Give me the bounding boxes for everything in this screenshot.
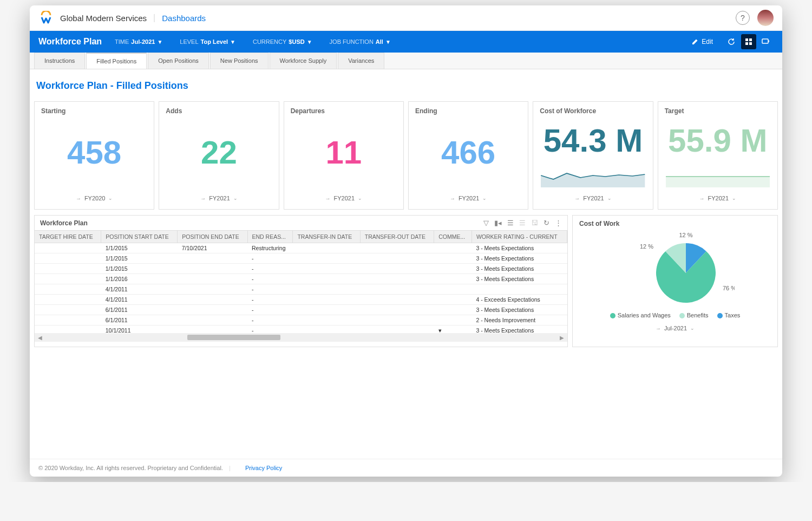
table-row[interactable]: 1/1/2015-3 - Meets Expectations xyxy=(35,253,567,264)
kpi-footer[interactable]: →FY2021⌄ xyxy=(159,190,278,209)
tab-variances[interactable]: Variances xyxy=(338,53,384,69)
tab-filled-positions[interactable]: Filled Positions xyxy=(86,53,147,69)
kpi-value: 54.3 M xyxy=(533,115,652,166)
arrow-right-icon: → xyxy=(574,196,580,201)
kpi-ending: Ending466→FY2021⌄ xyxy=(408,101,528,210)
caret-down-icon: ▼ xyxy=(385,39,391,45)
divider: | xyxy=(153,13,155,23)
section-title: Workforce Plan - Filled Positions xyxy=(36,80,778,92)
arrow-right-icon: → xyxy=(699,196,705,201)
table-row[interactable]: 1/1/20157/10/2021Restructuring3 - Meets … xyxy=(35,243,567,253)
arrow-right-icon: → xyxy=(76,196,81,201)
scroll-right-icon[interactable]: ▶ xyxy=(560,335,564,341)
kpi-cost-of-workforce: Cost of Workforce54.3 M→FY2021⌄ xyxy=(533,101,653,210)
chevron-down-icon: ⌄ xyxy=(358,196,362,201)
svg-text:76 %: 76 % xyxy=(723,285,735,291)
page-title: Workforce Plan xyxy=(38,37,102,47)
column-header[interactable]: COMME... xyxy=(434,231,472,243)
column-header[interactable]: WORKER RATING - CURRENT xyxy=(472,231,567,243)
svg-rect-3 xyxy=(749,42,752,45)
app-logo[interactable] xyxy=(38,10,54,25)
table-row[interactable]: 1/1/2016-3 - Meets Expectations xyxy=(35,274,567,284)
kpi-value: 11 xyxy=(284,115,403,190)
collapse-rows-icon[interactable]: ☰ xyxy=(507,219,514,227)
present-icon[interactable] xyxy=(758,34,774,49)
caret-down-icon: ▼ xyxy=(230,39,235,45)
kpi-footer[interactable]: →FY2020⌄ xyxy=(35,190,154,209)
column-header[interactable]: TRANSFER-IN DATE xyxy=(293,231,360,243)
filter-currency[interactable]: CURRENCY $USD▼ xyxy=(253,38,312,45)
kpi-footer[interactable]: →FY2021⌄ xyxy=(284,190,403,209)
kpi-value: 466 xyxy=(409,115,528,190)
filter-icon[interactable]: ▽ xyxy=(483,219,489,227)
workforce-table[interactable]: TARGET HIRE DATEPOSITION START DATEPOSIT… xyxy=(35,230,567,333)
svg-text:12 %: 12 % xyxy=(679,232,692,238)
filter-time[interactable]: TIME Jul-2021▼ xyxy=(115,38,162,45)
tab-open-positions[interactable]: Open Positions xyxy=(148,53,209,69)
table-row[interactable]: 4/1/2011-4 - Exceeds Expectations xyxy=(35,295,567,305)
horizontal-scrollbar[interactable]: ◀ ▶ xyxy=(35,333,567,342)
legend-item: Salaries and Wages xyxy=(610,312,671,318)
kpi-label: Adds xyxy=(159,102,278,115)
filter-bar: Workforce Plan TIME Jul-2021▼LEVEL Top L… xyxy=(30,31,782,53)
chevron-down-icon: ⌄ xyxy=(732,196,736,201)
chevron-down-icon: ⌄ xyxy=(607,196,612,201)
edit-button[interactable]: Edit xyxy=(692,38,713,45)
filter-job-function[interactable]: JOB FUNCTION All▼ xyxy=(330,38,391,45)
user-avatar[interactable] xyxy=(757,10,774,26)
kpi-footer[interactable]: →FY2021⌄ xyxy=(533,190,652,209)
arrow-right-icon: → xyxy=(200,196,206,201)
expand-rows-icon[interactable]: ☰ xyxy=(519,219,526,227)
help-icon[interactable]: ? xyxy=(736,11,750,25)
tab-new-positions[interactable]: New Positions xyxy=(210,53,269,69)
kpi-target: Target55.9 M→FY2021⌄ xyxy=(658,101,778,210)
table-row[interactable]: 10/1/2011-▾3 - Meets Expectations xyxy=(35,325,567,334)
kpi-footer[interactable]: →FY2021⌄ xyxy=(658,190,777,209)
table-title: Workforce Plan xyxy=(40,219,88,227)
scroll-left-icon[interactable]: ◀ xyxy=(38,335,42,341)
breadcrumb-dashboards[interactable]: Dashboards xyxy=(162,14,206,23)
save-icon[interactable]: 🖫 xyxy=(531,219,538,227)
grid-view-icon[interactable] xyxy=(741,34,756,49)
cost-of-work-panel: Cost of Work 12 %12 %76 % Salaries and W… xyxy=(572,215,778,347)
copyright: © 2020 Workday, Inc. All rights reserved… xyxy=(38,465,223,471)
pie-chart: 12 %12 %76 % xyxy=(615,230,735,311)
pie-footer-label: Jul-2021 xyxy=(664,325,687,331)
bookmark-icon[interactable]: ▮◂ xyxy=(494,219,502,227)
column-header[interactable]: POSITION END DATE xyxy=(178,231,247,243)
caret-down-icon: ▼ xyxy=(157,39,162,45)
kpi-departures: Departures11→FY2021⌄ xyxy=(284,101,404,210)
column-header[interactable]: END REAS... xyxy=(247,231,293,243)
more-icon[interactable]: ⋮ xyxy=(555,219,562,227)
table-row[interactable]: 6/1/2011-2 - Needs Improvement xyxy=(35,315,567,325)
privacy-link[interactable]: Privacy Policy xyxy=(245,465,282,471)
page-footer: © 2020 Workday, Inc. All rights reserved… xyxy=(30,459,782,477)
legend-item: Taxes xyxy=(717,312,741,318)
kpi-adds: Adds22→FY2021⌄ xyxy=(159,101,279,210)
svg-rect-2 xyxy=(745,42,748,45)
filter-level[interactable]: LEVEL Top Level▼ xyxy=(180,38,235,45)
column-header[interactable]: TRANSFER-OUT DATE xyxy=(360,231,434,243)
refresh-icon[interactable] xyxy=(724,34,739,49)
legend-item: Benefits xyxy=(679,312,709,318)
arrow-right-icon: → xyxy=(656,325,661,331)
pie-footer[interactable]: → Jul-2021 ⌄ xyxy=(656,318,695,339)
svg-text:12 %: 12 % xyxy=(640,243,653,250)
table-row[interactable]: 1/1/2015-3 - Meets Expectations xyxy=(35,264,567,274)
kpi-starting: Starting458→FY2020⌄ xyxy=(34,101,154,210)
org-name: Global Modern Services xyxy=(60,14,147,23)
caret-down-icon: ▼ xyxy=(307,39,312,45)
kpi-label: Cost of Workforce xyxy=(533,102,652,115)
column-header[interactable]: TARGET HIRE DATE xyxy=(35,231,101,243)
table-row[interactable]: 6/1/2011-3 - Meets Expectations xyxy=(35,305,567,315)
chevron-down-icon: ⌄ xyxy=(233,196,238,201)
kpi-footer[interactable]: →FY2021⌄ xyxy=(409,190,528,209)
table-refresh-icon[interactable]: ↻ xyxy=(543,219,549,227)
arrow-right-icon: → xyxy=(450,196,455,201)
tab-instructions[interactable]: Instructions xyxy=(34,53,85,69)
chevron-down-icon: ⌄ xyxy=(482,196,487,201)
column-header[interactable]: POSITION START DATE xyxy=(101,231,178,243)
table-row[interactable]: 4/1/2011- xyxy=(35,284,567,295)
chevron-down-icon: ⌄ xyxy=(108,196,113,201)
tab-workforce-supply[interactable]: Workforce Supply xyxy=(270,53,337,69)
